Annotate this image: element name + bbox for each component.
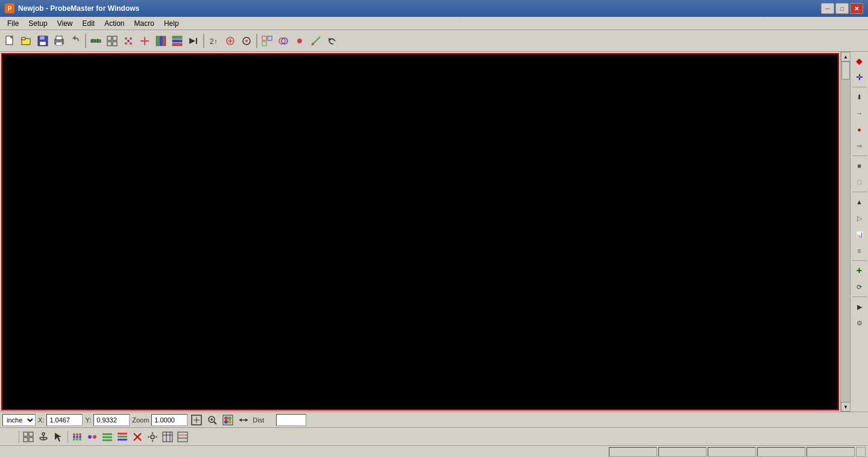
color-picker-button[interactable] [221, 413, 234, 427]
rt-crosshair-button[interactable]: ✛ [852, 69, 867, 85]
new-button[interactable] [2, 33, 18, 49]
print-button[interactable] [51, 33, 67, 49]
resize-grip [856, 447, 866, 457]
canvas-area[interactable] [1, 53, 839, 410]
rt-tri-up-button[interactable]: ▲ [852, 194, 867, 210]
tb2-anchor-button[interactable] [36, 430, 51, 444]
svg-point-55 [224, 416, 228, 420]
title-bar: P Newjob - ProbeMaster for Windows ─ □ ✕ [0, 0, 868, 17]
tb2-table2-button[interactable] [175, 430, 190, 444]
svg-rect-3 [22, 37, 25, 40]
svg-text:2↑: 2↑ [210, 37, 218, 46]
tb2-cursor-button[interactable] [51, 430, 66, 444]
zoom-in-button[interactable] [206, 413, 219, 427]
svg-rect-29 [172, 40, 182, 42]
tb2-empty-button[interactable] [2, 430, 17, 444]
tb2-red-x-button[interactable] [130, 430, 145, 444]
svg-marker-60 [239, 418, 242, 422]
rt-play-button[interactable]: ▶ [852, 299, 867, 315]
status-panel-4 [757, 447, 805, 457]
menu-file[interactable]: File [2, 18, 24, 29]
resize-button[interactable] [237, 413, 250, 427]
scroll-thumb[interactable] [841, 61, 850, 80]
menu-macro[interactable]: Macro [130, 18, 159, 29]
open-button[interactable] [19, 33, 34, 49]
menu-view[interactable]: View [52, 18, 78, 29]
tb2-rows-button[interactable] [100, 430, 115, 444]
tb2-blue-dots-button[interactable] [85, 430, 99, 444]
svg-point-75 [79, 436, 81, 438]
svg-rect-40 [268, 36, 272, 40]
tool-overlap-button[interactable] [275, 33, 291, 49]
unit-select[interactable]: inche mm [2, 414, 36, 426]
fit-zoom-button[interactable] [190, 413, 203, 427]
svg-marker-61 [245, 418, 248, 422]
rt-arrow-right-button[interactable]: → [852, 105, 867, 121]
main-toolbar: 2↑ [0, 30, 868, 52]
scroll-up-button[interactable]: ▲ [841, 52, 851, 61]
save-button[interactable] [35, 33, 51, 49]
svg-point-66 [42, 433, 45, 435]
bottom-status [0, 446, 868, 458]
svg-rect-54 [223, 415, 233, 425]
tool-point-button[interactable] [292, 33, 307, 49]
tool-num-button[interactable]: 2↑ [206, 33, 222, 49]
rt-square1-button[interactable]: ■ [852, 158, 867, 174]
tool-measure-button[interactable] [88, 33, 104, 49]
toolbar-sep-1 [85, 34, 86, 48]
status-panel-1 [609, 447, 657, 457]
menu-setup[interactable]: Setup [24, 18, 52, 29]
undo2-button[interactable] [68, 33, 83, 49]
rt-tri-right-button[interactable]: ▷ [852, 210, 867, 226]
tool-skip-button[interactable] [186, 33, 201, 49]
svg-rect-10 [91, 40, 101, 42]
tool-circle-button[interactable] [239, 33, 254, 49]
svg-rect-39 [262, 36, 266, 40]
rt-red-diamond-button[interactable]: ◆ [852, 53, 867, 69]
rt-chart-button[interactable]: 📊 [852, 227, 867, 242]
svg-marker-69 [55, 433, 61, 442]
tool-cols2-button[interactable] [169, 33, 185, 49]
svg-line-51 [214, 422, 216, 424]
menu-action[interactable]: Action [99, 18, 129, 29]
maximize-button[interactable]: □ [835, 3, 849, 14]
svg-rect-8 [56, 36, 62, 40]
scroll-down-button[interactable]: ▼ [841, 402, 851, 412]
tool-line-button[interactable] [308, 33, 324, 49]
svg-point-46 [312, 43, 314, 45]
tool-multi-button[interactable] [259, 33, 275, 49]
app-icon: P [5, 4, 14, 13]
menu-edit[interactable]: Edit [78, 18, 100, 29]
tool-undo-button[interactable] [324, 33, 340, 49]
tb2-rows2-button[interactable] [115, 430, 130, 444]
close-button[interactable]: ✕ [850, 3, 863, 14]
rt-refresh-button[interactable]: ⟳ [852, 279, 867, 295]
scroll-track[interactable] [841, 61, 850, 402]
rt-sort-down-button[interactable]: ⬇ [852, 89, 867, 105]
tool-plus-button[interactable] [137, 33, 153, 49]
svg-point-38 [245, 40, 248, 42]
tool-pattern-button[interactable] [121, 33, 136, 49]
tb2-grid-button[interactable] [21, 430, 36, 444]
right-scrollbar: ▲ ▼ [840, 52, 850, 412]
svg-point-56 [228, 416, 231, 420]
rt-arrow-right2-button[interactable]: ⇒ [852, 138, 867, 154]
rt-settings-button[interactable]: ⚙ [852, 315, 867, 331]
svg-rect-9 [56, 42, 62, 45]
rt-data-button[interactable]: ≡ [852, 243, 867, 259]
rt-square2-button[interactable]: □ [852, 174, 867, 190]
tool-add-point-button[interactable] [222, 33, 238, 49]
zoom-value: 1.0000 [151, 414, 187, 426]
svg-rect-84 [118, 433, 127, 434]
tb2-settings-button[interactable] [145, 430, 160, 444]
svg-rect-83 [102, 439, 112, 441]
status-panel-5 [807, 447, 855, 457]
tool-grid-button[interactable] [104, 33, 120, 49]
tb2-table-button[interactable] [160, 430, 175, 444]
minimize-button[interactable]: ─ [821, 3, 834, 14]
rt-add-button[interactable]: + [852, 263, 867, 278]
menu-help[interactable]: Help [159, 18, 184, 29]
tb2-red-dots-button[interactable] [70, 430, 84, 444]
tool-col-button[interactable] [153, 33, 169, 49]
rt-red-dot-button[interactable]: ● [852, 122, 867, 137]
